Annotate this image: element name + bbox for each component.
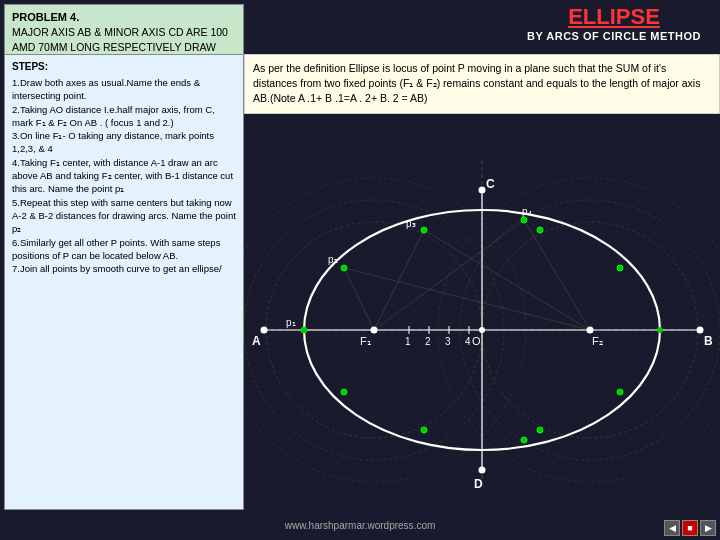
step-1: 1.Draw both axes as usual.Name the ends … — [12, 76, 236, 103]
ellipse-title: ELLIPSE — [508, 4, 720, 30]
svg-point-25 — [341, 265, 347, 271]
label-O: O — [472, 335, 481, 347]
step-5: 5.Repeat this step with same centers but… — [12, 196, 236, 236]
svg-point-43 — [479, 327, 485, 333]
nav-buttons[interactable]: ◀ ■ ▶ — [664, 520, 716, 536]
tick-4: 4 — [465, 336, 471, 347]
step-6: 6.Similarly get all other P points. With… — [12, 236, 236, 263]
svg-point-33 — [617, 265, 623, 271]
footer: www.harshparmar.wordpress.com 8 ◀ ■ ▶ — [0, 510, 720, 540]
svg-point-38 — [697, 327, 704, 334]
label-C: C — [486, 177, 495, 191]
svg-point-31 — [521, 437, 527, 443]
step-7: 7.Join all points by smooth curve to get… — [12, 262, 236, 275]
step-3: 3.On line F₁- O taking any distance, mar… — [12, 129, 236, 156]
ellipse-diagram: A B C D F₁ F₂ O 1 2 3 4 p₁ p₂ p₃ p₄ — [244, 130, 720, 510]
tick-3: 3 — [445, 336, 451, 347]
label-p2: p₂ — [328, 254, 338, 265]
definition-text: As per the definition Ellipse is locus o… — [253, 62, 700, 104]
tick-2: 2 — [425, 336, 431, 347]
label-p1: p₁ — [286, 317, 296, 328]
svg-point-37 — [261, 327, 268, 334]
label-A: A — [252, 334, 261, 348]
svg-point-32 — [657, 327, 663, 333]
step-4: 4.Taking F₁ center, with distance A-1 dr… — [12, 156, 236, 196]
step-2: 2.Taking AO distance I.e.half major axis… — [12, 103, 236, 130]
svg-point-30 — [421, 427, 427, 433]
svg-point-40 — [479, 467, 486, 474]
drawing-area: A B C D F₁ F₂ O 1 2 3 4 p₁ p₂ p₃ p₄ — [244, 130, 720, 510]
label-B: B — [704, 334, 713, 348]
svg-point-29 — [341, 389, 347, 395]
svg-point-36 — [537, 427, 543, 433]
svg-point-27 — [521, 217, 527, 223]
home-button[interactable]: ■ — [682, 520, 698, 536]
label-D: D — [474, 477, 483, 491]
footer-website: www.harshparmar.wordpress.com — [285, 520, 436, 531]
title-block: ELLIPSE BY ARCS OF CIRCLE METHOD — [508, 0, 720, 42]
problem-title: PROBLEM 4. — [12, 11, 79, 23]
svg-point-34 — [537, 227, 543, 233]
steps-box: STEPS: 1.Draw both axes as usual.Name th… — [4, 54, 244, 510]
definition-box: As per the definition Ellipse is locus o… — [244, 54, 720, 114]
label-F2: F₂ — [592, 335, 603, 347]
svg-point-39 — [479, 187, 486, 194]
label-p3: p₃ — [406, 218, 416, 229]
label-p4: p₄ — [522, 206, 532, 217]
label-F1: F₁ — [360, 335, 371, 347]
method-subtitle: BY ARCS OF CIRCLE METHOD — [508, 30, 720, 42]
next-button[interactable]: ▶ — [700, 520, 716, 536]
svg-point-26 — [421, 227, 427, 233]
svg-point-41 — [371, 327, 378, 334]
prev-button[interactable]: ◀ — [664, 520, 680, 536]
tick-1: 1 — [405, 336, 411, 347]
svg-point-28 — [301, 327, 307, 333]
steps-title: STEPS: — [12, 60, 236, 74]
svg-point-35 — [617, 389, 623, 395]
svg-point-42 — [587, 327, 594, 334]
